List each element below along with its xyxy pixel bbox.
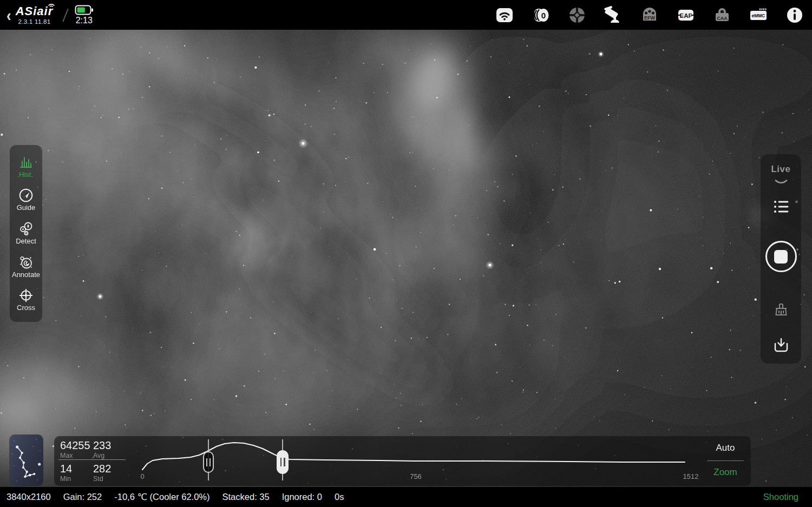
guide-scope-icon[interactable] — [567, 6, 587, 24]
stat-min-label: Min — [60, 475, 71, 483]
tool-label: Detect — [16, 237, 36, 245]
top-bar: ‹ ASiair 2.3.1 11.81 2:13 — [0, 0, 812, 30]
detect-icon — [19, 222, 33, 236]
asiair-app: ‹ ASiair 2.3.1 11.81 2:13 — [0, 0, 812, 507]
svg-text:0: 0 — [541, 10, 546, 19]
stat-avg-label: Avg — [93, 452, 104, 459]
histogram-panel: 64255 233 Max Avg 14 282 Min Std 0 756 1… — [54, 436, 751, 486]
list-icon — [773, 200, 789, 214]
wifi-icon[interactable] — [495, 6, 514, 24]
svg-text:EAF: EAF — [680, 12, 692, 18]
tool-histogram[interactable]: Hist. — [19, 155, 33, 179]
main-camera-icon[interactable]: 0 — [531, 6, 551, 24]
focuser-icon[interactable]: EAF — [676, 6, 696, 24]
crosshair-icon — [19, 288, 33, 302]
status-temperature: -10,6 ℃ (Cooler 62.0%) — [114, 492, 209, 502]
battery-status: 2:13 — [75, 5, 94, 25]
rotator-icon[interactable]: CAA — [712, 6, 732, 24]
hist-tick: 756 — [410, 472, 422, 480]
stat-max-label: Max — [60, 452, 73, 459]
status-gain: Gain: 252 — [63, 492, 102, 502]
view-toolbar: Hist. Guide Detect — [10, 145, 42, 322]
tool-guide[interactable]: Guide — [17, 188, 36, 212]
sky-atlas-thumbnail[interactable] — [9, 434, 43, 486]
app-logo: ASiair 2.3.1 11.81 — [16, 5, 54, 25]
clear-stack-button[interactable] — [772, 301, 790, 319]
clock: 2:13 — [76, 16, 93, 25]
battery-icon — [75, 5, 94, 15]
status-ignored: Ignored: 0 — [282, 492, 322, 502]
logo-wifi-icon — [48, 2, 55, 8]
tool-annotate[interactable]: Annotate — [12, 255, 40, 279]
tool-label: Annotate — [12, 271, 40, 279]
sequence-list-button[interactable] — [773, 200, 789, 214]
zoom-button[interactable]: Zoom — [704, 467, 747, 478]
storage-icon[interactable]: eMMC — [749, 6, 768, 24]
stat-std-label: Std — [93, 475, 103, 483]
tool-detect[interactable]: Detect — [16, 222, 36, 245]
topbar-divider — [62, 8, 68, 22]
capture-toolbar: Live — [761, 154, 801, 364]
stat-std-value: 282 — [93, 463, 111, 475]
tool-label: Hist. — [19, 170, 33, 179]
histogram-icon — [19, 155, 33, 169]
stop-icon — [774, 250, 788, 264]
status-bar: 3840x2160 Gain: 252 -10,6 ℃ (Cooler 62.0… — [0, 487, 812, 507]
annotate-icon — [19, 255, 33, 269]
filter-wheel-icon[interactable]: EFW — [640, 6, 659, 24]
stats-divider — [58, 459, 126, 460]
status-resolution: 3840x2160 — [6, 492, 51, 502]
svg-text:eMMC: eMMC — [751, 12, 765, 18]
status-stacked: Stacked: 35 — [222, 492, 270, 502]
stat-min-value: 14 — [60, 463, 72, 475]
hist-tick: 1512 — [683, 472, 699, 480]
telescope-icon[interactable] — [604, 6, 623, 24]
broom-icon — [772, 301, 790, 319]
tool-label: Guide — [17, 203, 36, 212]
slider-handle[interactable] — [203, 451, 214, 473]
stat-avg-value: 233 — [93, 439, 111, 452]
auto-stretch-button[interactable]: Auto — [704, 443, 747, 453]
stat-max-value: 64255 — [60, 439, 90, 452]
actions-divider — [707, 460, 744, 461]
status-exposure: 0s — [335, 492, 344, 502]
mode-label: Live — [771, 164, 790, 175]
info-icon[interactable] — [785, 6, 804, 24]
save-image-button[interactable] — [772, 337, 790, 354]
status-shooting-badge: Shooting — [763, 492, 798, 502]
svg-text:CAA: CAA — [717, 15, 728, 21]
guide-icon — [19, 188, 33, 202]
nebula-image[interactable] — [0, 0, 812, 507]
battery-fill — [77, 7, 84, 12]
hist-tick: 0 — [140, 472, 144, 480]
live-mode-selector[interactable]: Live — [771, 164, 790, 186]
stop-capture-button[interactable] — [765, 241, 797, 272]
device-icons: 0 — [495, 6, 804, 24]
histogram-curve — [54, 436, 751, 486]
download-icon — [772, 337, 790, 354]
chevron-down-icon — [774, 179, 789, 186]
svg-text:EFW: EFW — [644, 15, 656, 21]
back-button[interactable]: ‹ — [6, 6, 11, 23]
tool-crosshair[interactable]: Cross — [17, 288, 35, 312]
app-version: 2.3.1 11.81 — [18, 18, 50, 25]
tool-label: Cross — [17, 304, 35, 312]
slider-handle[interactable] — [277, 450, 289, 474]
histogram-actions: Auto Zoom — [704, 436, 747, 486]
